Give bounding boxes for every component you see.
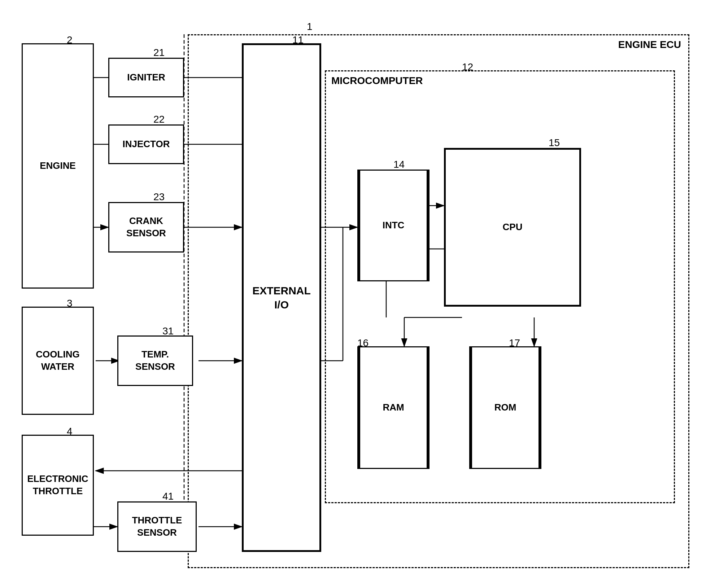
ref-16: 16	[357, 337, 369, 349]
ref-11: 11	[292, 34, 304, 46]
ref-4: 4	[67, 426, 73, 437]
ref-23: 23	[153, 191, 165, 203]
ref-41: 41	[162, 491, 174, 502]
ecu-label: ENGINE ECU	[618, 39, 681, 51]
ram-box: RAM	[357, 346, 430, 469]
igniter-box: IGNITER	[108, 58, 184, 97]
ref-14: 14	[393, 159, 405, 170]
engine-box: ENGINE	[22, 43, 94, 289]
cooling-water-box: COOLINGWATER	[22, 307, 94, 415]
ref-3: 3	[67, 298, 73, 309]
intc-box: INTC	[357, 170, 430, 281]
electronic-throttle-box: ELECTRONICTHROTTLE	[22, 435, 94, 536]
crank-sensor-box: CRANKSENSOR	[108, 202, 184, 253]
rom-box: ROM	[469, 346, 541, 469]
ref-1: 1	[307, 21, 313, 32]
ref-2: 2	[67, 34, 73, 46]
ref-22: 22	[153, 114, 165, 125]
ref-31: 31	[162, 325, 174, 337]
ref-15: 15	[549, 137, 560, 149]
ref-12: 12	[462, 61, 473, 73]
ref-21: 21	[153, 47, 165, 58]
cpu-box: CPU	[444, 148, 581, 307]
temp-sensor-box: TEMP.SENSOR	[117, 335, 193, 386]
external-io-box: EXTERNALI/O	[242, 43, 321, 552]
ref-17: 17	[509, 337, 520, 349]
microcomputer-label: MICROCOMPUTER	[331, 75, 423, 87]
injector-box: INJECTOR	[108, 124, 184, 164]
throttle-sensor-box: THROTTLESENSOR	[117, 501, 197, 552]
